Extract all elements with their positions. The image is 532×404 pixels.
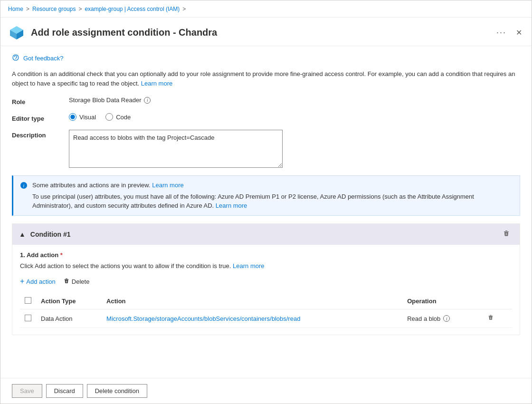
intro-learn-more[interactable]: Learn more (141, 80, 172, 87)
col-operation: Operation (402, 293, 480, 309)
editor-type-group: Visual Code (69, 113, 131, 121)
info-banner-content: Some attributes and actions are in previ… (32, 181, 513, 211)
code-radio[interactable] (105, 113, 113, 121)
info-banner-learn-more-2[interactable]: Learn more (216, 202, 247, 209)
svg-point-5 (15, 59, 16, 59)
table-header-row: Action Type Action Operation (20, 293, 512, 309)
more-options-btn[interactable]: ··· (496, 28, 506, 38)
role-label: Role (12, 96, 69, 106)
feedback-row[interactable]: Got feedback? (12, 52, 520, 63)
action-toolbar: + Add action Delete (20, 275, 512, 288)
breadcrumb-sep-1: > (26, 6, 29, 12)
code-label: Code (116, 114, 131, 121)
condition-header-left: ▲ Condition #1 (19, 231, 71, 238)
panel-icon (8, 24, 25, 41)
editor-type-row: Editor type Visual Code (12, 113, 520, 122)
section-learn-more[interactable]: Learn more (233, 262, 264, 269)
table-header-checkbox-cell (20, 293, 36, 309)
role-value: Storage Blob Data Reader i (69, 96, 151, 104)
delete-label: Delete (72, 278, 90, 285)
condition-title: Condition #1 (30, 231, 71, 238)
close-button[interactable]: ✕ (514, 27, 524, 38)
add-action-button[interactable]: + Add action (20, 275, 56, 288)
condition-section: ▲ Condition #1 1. Add action * (12, 223, 520, 336)
row-delete-cell (480, 309, 512, 328)
feedback-label[interactable]: Got feedback? (23, 55, 64, 62)
info-banner-line1: Some attributes and actions are in previ… (32, 182, 151, 189)
intro-text: A condition is an additional check that … (12, 69, 520, 88)
add-action-section: 1. Add action * Click Add action to sele… (12, 245, 520, 335)
panel-header: Add role assignment condition - Chandra … (0, 18, 532, 46)
visual-radio[interactable] (69, 113, 76, 121)
svg-text:i: i (23, 183, 25, 188)
info-banner: i Some attributes and actions are in pre… (12, 175, 520, 216)
breadcrumb-access-control[interactable]: example-group | Access control (IAM) (85, 6, 180, 12)
row-action-type: Data Action (36, 309, 102, 328)
editor-type-label: Editor type (12, 113, 69, 122)
row-delete-button[interactable] (484, 313, 497, 324)
col-actions (480, 293, 512, 309)
visual-radio-option[interactable]: Visual (69, 113, 96, 121)
add-action-label: Add action (26, 278, 55, 285)
operation-info-icon[interactable]: i (443, 315, 450, 322)
collapse-button[interactable]: ▲ (19, 231, 26, 238)
panel-content: Got feedback? A condition is an addition… (0, 46, 532, 378)
breadcrumb-sep-2: > (78, 6, 82, 12)
condition-delete-button[interactable] (500, 229, 513, 240)
row-checkbox-cell (20, 309, 36, 328)
section-title-text: 1. Add action (20, 251, 58, 259)
feedback-icon (12, 54, 19, 63)
delete-icon (63, 278, 70, 286)
save-button: Save (12, 384, 42, 398)
required-indicator: * (60, 251, 63, 259)
panel-title: Add role assignment condition - Chandra (31, 27, 496, 38)
row-action: Microsoft.Storage/storageAccounts/blobSe… (102, 309, 402, 328)
breadcrumb: Home > Resource groups > example-group |… (0, 0, 532, 18)
main-panel: Home > Resource groups > example-group |… (0, 0, 532, 404)
discard-button[interactable]: Discard (46, 384, 83, 398)
info-banner-icon: i (20, 181, 28, 211)
delete-action-button[interactable]: Delete (63, 276, 90, 288)
table-row: Data Action Microsoft.Storage/storageAcc… (20, 309, 512, 328)
section-desc: Click Add action to select the actions y… (20, 261, 512, 271)
row-checkbox[interactable] (25, 315, 31, 321)
delete-condition-button[interactable]: Delete condition (87, 384, 147, 398)
action-table: Action Type Action Operation (20, 293, 512, 328)
row-operation: Read a blob i (402, 309, 480, 328)
description-row: Description Read access to blobs with th… (12, 130, 520, 168)
info-banner-line2: To use principal (user) attributes, you … (32, 193, 474, 210)
info-banner-learn-more-1[interactable]: Learn more (152, 182, 183, 189)
row-operation-text: Read a blob (407, 315, 440, 322)
breadcrumb-resource-groups[interactable]: Resource groups (32, 6, 76, 12)
condition-header: ▲ Condition #1 (12, 224, 520, 245)
section-desc-text: Click Add action to select the actions y… (20, 262, 231, 269)
role-text: Storage Blob Data Reader (69, 96, 141, 104)
breadcrumb-sep-3: > (182, 6, 186, 12)
description-input[interactable]: Read access to blobs with the tag Projec… (69, 130, 283, 168)
role-row: Role Storage Blob Data Reader i (12, 96, 520, 106)
intro-body: A condition is an additional check that … (12, 70, 515, 87)
add-action-plus-icon: + (20, 277, 24, 286)
visual-label: Visual (79, 114, 96, 121)
role-info-icon[interactable]: i (144, 97, 151, 104)
row-action-link[interactable]: Microsoft.Storage/storageAccounts/blobSe… (106, 315, 300, 322)
panel-footer: Save Discard Delete condition (0, 378, 532, 404)
select-all-checkbox[interactable] (25, 297, 31, 304)
section-title: 1. Add action * (20, 251, 512, 259)
breadcrumb-home[interactable]: Home (8, 6, 23, 12)
col-action-type: Action Type (36, 293, 102, 309)
col-action: Action (102, 293, 402, 309)
code-radio-option[interactable]: Code (105, 113, 131, 121)
description-label: Description (12, 130, 69, 139)
